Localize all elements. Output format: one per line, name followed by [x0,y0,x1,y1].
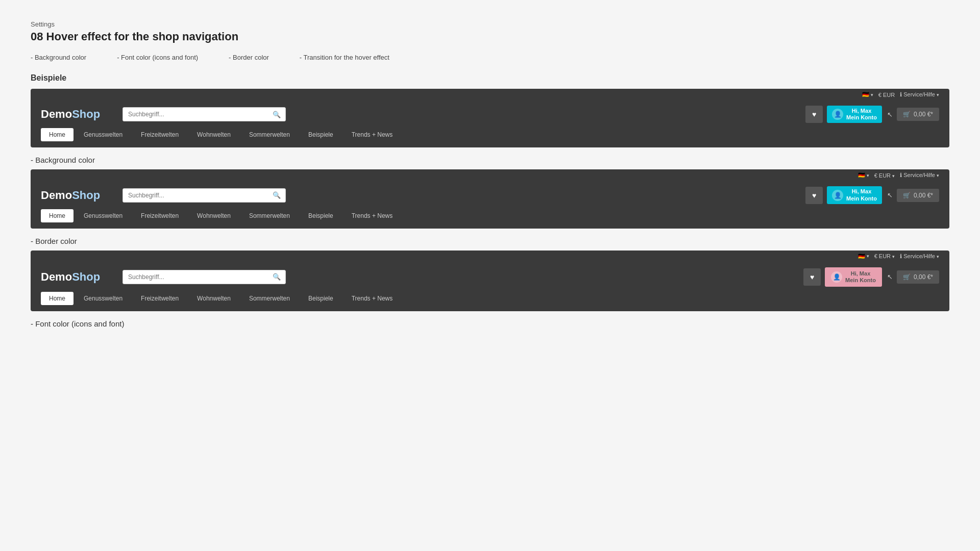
demo3-nav-trends[interactable]: Trends + News [344,292,401,305]
section-border-color: - Border color [31,237,949,245]
demo3-logo: DemoShop [41,270,112,284]
demo1-logo: DemoShop [41,108,112,121]
demo1-account-text: Hi, Max Mein Konto [846,108,877,121]
demo2-nav-genusswelten[interactable]: Genusswelten [76,209,131,222]
demo1-account-icon: 👤 [832,109,843,120]
desc-transition: - Transition for the hover effect [300,54,389,61]
demo2-wishlist-button[interactable]: ♥ [805,187,823,204]
demo2-search-input[interactable] [122,188,286,203]
demo3-nav-sommerwelten[interactable]: Sommerwelten [241,292,298,305]
demo2-nav-sommerwelten[interactable]: Sommerwelten [241,209,298,222]
demo3-nav-home[interactable]: Home [41,292,74,305]
demo2-nav-wohnwelten[interactable]: Wohnwelten [189,209,239,222]
page-title: 08 Hover effect for the shop navigation [31,30,949,43]
section-font-color: - Font color (icons and font) [31,319,949,328]
demo1-nav-beispiele[interactable]: Beispiele [300,128,341,141]
section-background-color: - Background color [31,156,949,164]
demo2-search-icon: 🔍 [273,191,281,199]
demo-3: 🇩🇪 ▾ € EUR ▾ ℹ Service/Hilfe ▾ DemoShop … [31,251,949,311]
demo2-logo: DemoShop [41,189,112,202]
demo3-flag: 🇩🇪 ▾ [858,253,869,260]
demo1-service: ℹ Service/Hilfe ▾ [900,91,939,98]
demo1-nav-wohnwelten[interactable]: Wohnwelten [189,128,239,141]
demo3-account-button[interactable]: 👤 Hi, Max Mein Konto [825,267,882,287]
demo1-flag: 🇩🇪 ▾ [862,91,873,98]
demo1-topbar: 🇩🇪 ▾ € EUR ℹ Service/Hilfe ▾ [31,89,949,101]
demo3-search-icon: 🔍 [273,273,281,281]
demo1-nav-home[interactable]: Home [41,128,74,141]
demo3-actions: ♥ 👤 Hi, Max Mein Konto ↖ 🛒 0,00 €* [803,267,939,287]
demo1-nav-sommerwelten[interactable]: Sommerwelten [241,128,298,141]
demo1-search[interactable]: 🔍 [122,107,795,121]
demo2-flag: 🇩🇪 ▾ [858,172,869,179]
demo1-main: DemoShop 🔍 ♥ 👤 Hi, Max Mein Konto ↖ 🛒 0,… [31,101,949,128]
demo-1: 🇩🇪 ▾ € EUR ℹ Service/Hilfe ▾ DemoShop 🔍 … [31,89,949,147]
demo3-search[interactable]: 🔍 [122,270,793,284]
demo2-nav-freizeitwelten[interactable]: Freizeitwelten [133,209,187,222]
demo2-search[interactable]: 🔍 [122,188,795,203]
demo2-nav-beispiele[interactable]: Beispiele [300,209,341,222]
demo1-nav: Home Genusswelten Freizeitwelten Wohnwel… [31,128,949,147]
demo3-cart-button[interactable]: 🛒 0,00 €* [897,270,939,284]
demo1-nav-freizeitwelten[interactable]: Freizeitwelten [133,128,187,141]
demo-2: 🇩🇪 ▾ € EUR ▾ ℹ Service/Hilfe ▾ DemoShop … [31,169,949,228]
demo1-nav-trends[interactable]: Trends + News [344,128,401,141]
demo1-cart-button[interactable]: 🛒 0,00 €* [897,108,939,121]
demo3-currency: € EUR ▾ [874,253,895,259]
demo3-main: DemoShop 🔍 ♥ 👤 Hi, Max Mein Konto ↖ 🛒 0,… [31,262,949,292]
desc-font-color: - Font color (icons and font) [117,54,198,61]
desc-bg-color: - Background color [31,54,86,61]
demo3-account-text: Hi, Max Mein Konto [845,270,876,284]
demo2-account-icon: 👤 [832,190,843,201]
breadcrumb: Settings [31,20,949,28]
demo2-account-button[interactable]: 👤 Hi, Max Mein Konto [827,186,882,204]
beispiele-label: Beispiele [31,73,949,83]
demo2-main: DemoShop 🔍 ♥ 👤 Hi, Max Mein Konto ↖ 🛒 0,… [31,181,949,209]
demo3-nav-genusswelten[interactable]: Genusswelten [76,292,131,305]
demo2-cursor-icon: ↖ [887,191,893,199]
demo2-topbar: 🇩🇪 ▾ € EUR ▾ ℹ Service/Hilfe ▾ [31,169,949,181]
demo3-nav: Home Genusswelten Freizeitwelten Wohnwel… [31,292,949,311]
demo1-search-input[interactable] [122,107,286,121]
demo2-service: ℹ Service/Hilfe ▾ [900,172,939,179]
demo1-search-icon: 🔍 [273,111,281,118]
demo3-service: ℹ Service/Hilfe ▾ [900,253,939,260]
demo3-topbar: 🇩🇪 ▾ € EUR ▾ ℹ Service/Hilfe ▾ [31,251,949,262]
demo1-nav-genusswelten[interactable]: Genusswelten [76,128,131,141]
demo1-currency: € EUR [878,92,895,98]
demo1-account-button[interactable]: 👤 Hi, Max Mein Konto [827,106,882,123]
desc-border-color: - Border color [229,54,269,61]
demo2-cart-button[interactable]: 🛒 0,00 €* [897,189,939,202]
demo2-nav-home[interactable]: Home [41,209,74,222]
demo3-search-input[interactable] [122,270,286,284]
demo3-nav-wohnwelten[interactable]: Wohnwelten [189,292,239,305]
demo3-wishlist-button[interactable]: ♥ [803,268,821,286]
demo1-cursor-icon: ↖ [887,111,893,118]
demo2-nav-trends[interactable]: Trends + News [344,209,401,222]
demo3-nav-freizeitwelten[interactable]: Freizeitwelten [133,292,187,305]
demo2-actions: ♥ 👤 Hi, Max Mein Konto ↖ 🛒 0,00 €* [805,186,939,204]
demo1-actions: ♥ 👤 Hi, Max Mein Konto ↖ 🛒 0,00 €* [805,106,939,123]
demo1-wishlist-button[interactable]: ♥ [805,106,823,123]
demo3-nav-beispiele[interactable]: Beispiele [300,292,341,305]
demo3-account-icon: 👤 [831,271,842,283]
demo2-currency: € EUR ▾ [874,172,895,179]
demo2-account-text: Hi, Max Mein Konto [846,188,877,202]
demo3-cursor-icon: ↖ [887,273,893,281]
demo2-nav: Home Genusswelten Freizeitwelten Wohnwel… [31,209,949,229]
